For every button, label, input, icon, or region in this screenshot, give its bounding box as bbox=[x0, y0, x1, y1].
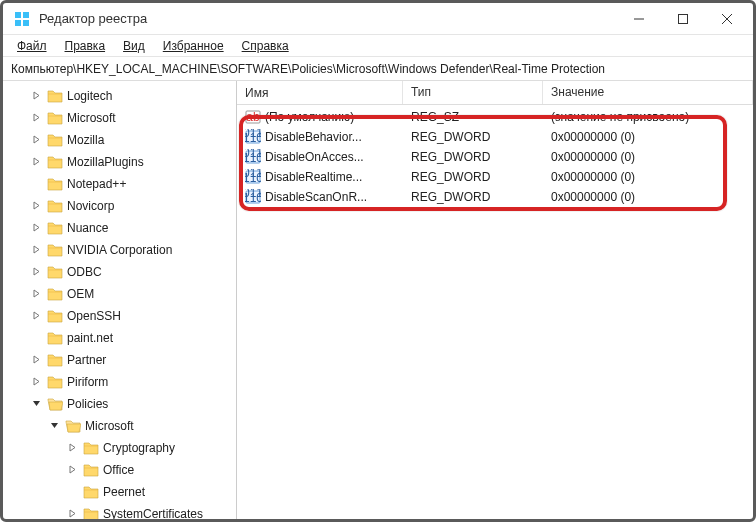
close-button[interactable] bbox=[705, 4, 749, 34]
tree-item[interactable]: Piriform bbox=[7, 371, 236, 393]
value-name: DisableScanOnR... bbox=[265, 190, 367, 204]
tree-item[interactable]: SystemCertificates bbox=[7, 503, 236, 519]
tree-item[interactable]: Novicorp bbox=[7, 195, 236, 217]
tree-item[interactable]: Office bbox=[7, 459, 236, 481]
tree-item[interactable]: Nuance bbox=[7, 217, 236, 239]
value-data: 0x00000000 (0) bbox=[543, 130, 753, 144]
svg-rect-2 bbox=[15, 20, 21, 26]
minimize-button[interactable] bbox=[617, 4, 661, 34]
value-row[interactable]: DisableBehavior...REG_DWORD0x00000000 (0… bbox=[237, 127, 753, 147]
folder-icon bbox=[83, 441, 99, 455]
reg-dword-icon bbox=[245, 149, 261, 165]
expand-icon[interactable] bbox=[29, 399, 43, 410]
svg-rect-3 bbox=[23, 20, 29, 26]
expand-icon[interactable] bbox=[29, 113, 43, 124]
tree-item-label: MozillaPlugins bbox=[67, 155, 144, 169]
tree-item-label: OEM bbox=[67, 287, 94, 301]
value-row[interactable]: (По умолчанию)REG_SZ(значение не присвое… bbox=[237, 107, 753, 127]
value-type: REG_DWORD bbox=[403, 150, 543, 164]
tree-item[interactable]: Mozilla bbox=[7, 129, 236, 151]
value-name: DisableBehavior... bbox=[265, 130, 362, 144]
value-row[interactable]: DisableOnAcces...REG_DWORD0x00000000 (0) bbox=[237, 147, 753, 167]
content-area: LogitechMicrosoftMozillaMozillaPluginsNo… bbox=[3, 81, 753, 519]
tree-item[interactable]: Logitech bbox=[7, 85, 236, 107]
list-header: Имя Тип Значение bbox=[237, 81, 753, 105]
tree-item-label: SystemCertificates bbox=[103, 507, 203, 519]
folder-icon bbox=[47, 309, 63, 323]
tree-item-label: ODBC bbox=[67, 265, 102, 279]
tree-item-label: Peernet bbox=[103, 485, 145, 499]
tree-item-label: Nuance bbox=[67, 221, 108, 235]
col-type[interactable]: Тип bbox=[403, 81, 543, 104]
tree-item[interactable]: Notepad++ bbox=[7, 173, 236, 195]
value-type: REG_DWORD bbox=[403, 130, 543, 144]
maximize-button[interactable] bbox=[661, 4, 705, 34]
tree-item[interactable]: MozillaPlugins bbox=[7, 151, 236, 173]
expand-icon[interactable] bbox=[29, 355, 43, 366]
value-data: (значение не присвоено) bbox=[543, 110, 753, 124]
folder-icon bbox=[47, 89, 63, 103]
folder-icon bbox=[47, 221, 63, 235]
folder-icon bbox=[47, 111, 63, 125]
folder-icon bbox=[83, 463, 99, 477]
tree-item[interactable]: OpenSSH bbox=[7, 305, 236, 327]
folder-icon bbox=[47, 287, 63, 301]
expand-icon[interactable] bbox=[29, 289, 43, 300]
value-type: REG_DWORD bbox=[403, 190, 543, 204]
reg-dword-icon bbox=[245, 189, 261, 205]
app-icon bbox=[13, 10, 31, 28]
address-bar[interactable]: Компьютер\HKEY_LOCAL_MACHINE\SOFTWARE\Po… bbox=[3, 57, 753, 81]
menu-favorites[interactable]: Избранное bbox=[155, 37, 232, 55]
tree-item-label: Logitech bbox=[67, 89, 112, 103]
tree-item[interactable]: Microsoft bbox=[7, 107, 236, 129]
registry-editor-window: Редактор реестра Файл Правка Вид Избранн… bbox=[0, 0, 756, 522]
tree-item-label: Notepad++ bbox=[67, 177, 126, 191]
tree-item-label: Microsoft bbox=[85, 419, 134, 433]
value-data: 0x00000000 (0) bbox=[543, 170, 753, 184]
expand-icon[interactable] bbox=[29, 201, 43, 212]
expand-icon[interactable] bbox=[29, 377, 43, 388]
reg-string-icon bbox=[245, 109, 261, 125]
tree-pane[interactable]: LogitechMicrosoftMozillaMozillaPluginsNo… bbox=[3, 81, 237, 519]
menu-view[interactable]: Вид bbox=[115, 37, 153, 55]
tree-item-label: Cryptography bbox=[103, 441, 175, 455]
value-row[interactable]: DisableRealtime...REG_DWORD0x00000000 (0… bbox=[237, 167, 753, 187]
expand-icon[interactable] bbox=[65, 443, 79, 454]
tree-item[interactable]: OEM bbox=[7, 283, 236, 305]
col-value[interactable]: Значение bbox=[543, 81, 753, 104]
expand-icon[interactable] bbox=[65, 465, 79, 476]
expand-icon[interactable] bbox=[29, 223, 43, 234]
folder-icon bbox=[47, 331, 63, 345]
expand-icon[interactable] bbox=[47, 421, 61, 432]
col-name[interactable]: Имя bbox=[237, 81, 403, 104]
value-name: DisableRealtime... bbox=[265, 170, 362, 184]
expand-icon[interactable] bbox=[29, 91, 43, 102]
expand-icon[interactable] bbox=[29, 157, 43, 168]
tree-item[interactable]: NVIDIA Corporation bbox=[7, 239, 236, 261]
tree-item[interactable]: Policies bbox=[7, 393, 236, 415]
expand-icon[interactable] bbox=[29, 245, 43, 256]
tree-item[interactable]: ODBC bbox=[7, 261, 236, 283]
menu-file[interactable]: Файл bbox=[9, 37, 55, 55]
expand-icon[interactable] bbox=[65, 509, 79, 520]
tree-item-label: Mozilla bbox=[67, 133, 104, 147]
folder-icon bbox=[47, 177, 63, 191]
tree-item-label: paint.net bbox=[67, 331, 113, 345]
expand-icon[interactable] bbox=[29, 135, 43, 146]
expand-icon[interactable] bbox=[29, 311, 43, 322]
tree-item-label: Partner bbox=[67, 353, 106, 367]
svg-rect-5 bbox=[679, 14, 688, 23]
menu-edit[interactable]: Правка bbox=[57, 37, 114, 55]
address-text: Компьютер\HKEY_LOCAL_MACHINE\SOFTWARE\Po… bbox=[11, 62, 605, 76]
tree-item[interactable]: Cryptography bbox=[7, 437, 236, 459]
menu-help[interactable]: Справка bbox=[234, 37, 297, 55]
value-row[interactable]: DisableScanOnR...REG_DWORD0x00000000 (0) bbox=[237, 187, 753, 207]
expand-icon[interactable] bbox=[29, 267, 43, 278]
titlebar[interactable]: Редактор реестра bbox=[3, 3, 753, 35]
tree-item[interactable]: paint.net bbox=[7, 327, 236, 349]
list-body[interactable]: (По умолчанию)REG_SZ(значение не присвое… bbox=[237, 105, 753, 519]
folder-icon bbox=[47, 133, 63, 147]
tree-item[interactable]: Peernet bbox=[7, 481, 236, 503]
tree-item[interactable]: Microsoft bbox=[7, 415, 236, 437]
tree-item[interactable]: Partner bbox=[7, 349, 236, 371]
